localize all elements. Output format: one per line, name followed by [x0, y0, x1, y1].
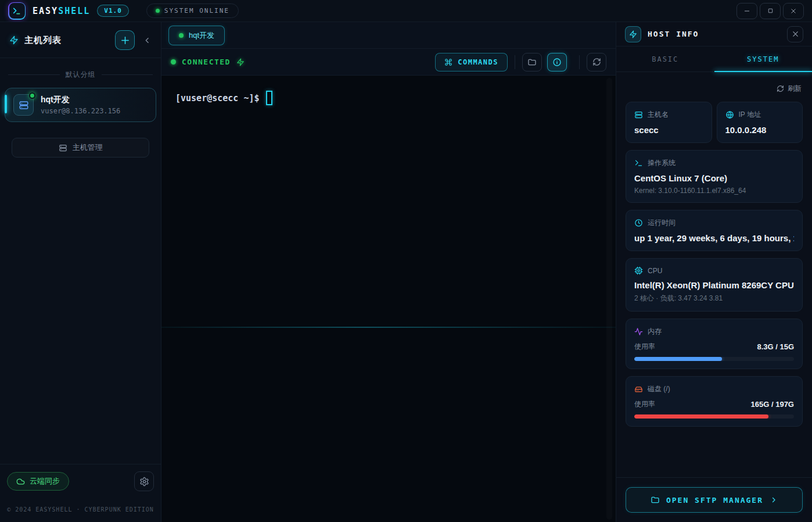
collapse-sidebar-button[interactable] [143, 36, 152, 45]
tab-basic[interactable]: BASIC [616, 47, 714, 71]
host-item-hqt[interactable]: hqt开发 vuser@8.136.223.156 [5, 88, 156, 122]
open-sftp-button[interactable]: OPEN SFTP MANAGER [626, 487, 803, 513]
brand-secondary: SHELL [58, 6, 90, 16]
cpu-load-detail: 2 核心 · 负载: 3.47 3.24 3.81 [634, 294, 794, 303]
host-item-text: hqt开发 vuser@8.136.223.156 [41, 95, 120, 115]
host-info-title: HOST INFO [648, 30, 699, 38]
close-panel-button[interactable] [787, 26, 803, 42]
tab-status-dot [179, 33, 184, 38]
os-card: 操作系统 CentOS Linux 7 (Core) Kernel: 3.10.… [626, 150, 803, 203]
plus-icon [120, 35, 130, 45]
app-title: EASYSHELL [33, 6, 90, 16]
host-info-toggle-button[interactable] [547, 53, 567, 71]
sidebar-header: 主机列表 [0, 22, 161, 58]
disk-usage-value: 165G / 197G [751, 400, 794, 409]
close-icon [792, 30, 799, 38]
maximize-button[interactable] [760, 3, 781, 19]
host-info-panel: HOST INFO BASIC SYSTEM 刷新 [616, 22, 812, 522]
folder-icon [651, 495, 660, 505]
bolt-icon [9, 35, 19, 45]
reconnect-button[interactable] [587, 53, 606, 71]
refresh-info-button[interactable]: 刷新 [626, 84, 802, 94]
commands-button[interactable]: COMMANDS [435, 53, 508, 71]
terminal-scrollbar[interactable] [606, 78, 612, 520]
uptime-value: up 1 year, 29 weeks, 6 days, 19 hours, 1… [634, 233, 794, 243]
disk-label: 磁盘 (/) [648, 384, 670, 394]
session-tabbar: hqt开发 [161, 22, 616, 49]
memory-usage-label: 使用率 [634, 342, 655, 352]
cloud-sync-label: 云端同步 [30, 476, 60, 487]
crt-scanline [161, 327, 616, 328]
host-name: hqt开发 [41, 95, 120, 105]
terminal-cursor [266, 91, 272, 105]
server-icon [634, 110, 643, 119]
disk-progress-fill [634, 414, 768, 419]
system-online-label: SYSTEM ONLINE [164, 7, 229, 15]
terminal-logo-icon [9, 3, 25, 19]
host-info-header: HOST INFO [616, 22, 812, 47]
cpu-value: Intel(R) Xeon(R) Platinum 8269CY CPU ... [634, 280, 794, 290]
terminal-screen[interactable]: [vuser@scecc ~]$ [161, 76, 616, 522]
refresh-icon [592, 58, 601, 66]
host-manage-label: 主机管理 [73, 142, 103, 153]
activity-pulse-icon [634, 327, 643, 336]
file-browser-button[interactable] [522, 53, 542, 71]
refresh-label: 刷新 [788, 84, 802, 94]
add-host-button[interactable] [115, 30, 135, 50]
open-sftp-label: OPEN SFTP MANAGER [666, 496, 763, 505]
cpu-label: CPU [648, 267, 662, 275]
hostname-label: 主机名 [648, 110, 669, 120]
brand-primary: EASY [33, 6, 58, 16]
sidebar-host-list: 主机列表 默认分组 [0, 22, 161, 522]
commands-label: COMMANDS [458, 58, 498, 66]
memory-progress-fill [634, 357, 722, 361]
tab-system[interactable]: SYSTEM [714, 47, 812, 71]
memory-label: 内存 [648, 327, 662, 337]
close-window-button[interactable] [783, 3, 804, 19]
command-icon [444, 58, 452, 66]
window-controls [736, 3, 804, 19]
terminal-toolbar: COMMANDS [435, 53, 606, 71]
sidebar-bottom: 云端同步 © 2024 EASYSHELL · CYBERPUNK EDITIO… [0, 464, 161, 522]
app-logo [8, 2, 26, 20]
connected-label: CONNECTED [182, 58, 231, 66]
toolbar-separator [515, 55, 515, 69]
host-list-title: 主机列表 [24, 35, 62, 46]
hostname-value: scecc [634, 125, 703, 135]
connection-status: CONNECTED [171, 58, 245, 66]
cpu-chip-icon [634, 266, 643, 275]
ip-label: IP 地址 [739, 110, 761, 120]
os-label: 操作系统 [648, 158, 676, 168]
main-area: hqt开发 CONNECTED COMMANDS [161, 22, 616, 522]
cloud-sync-button[interactable]: 云端同步 [7, 472, 69, 491]
os-value: CentOS Linux 7 (Core) [634, 173, 794, 183]
disk-progress-track [634, 414, 794, 419]
system-online-badge: SYSTEM ONLINE [146, 3, 239, 18]
kernel-detail: Kernel: 3.10.0-1160.11.1.el7.x86_64 [634, 187, 794, 195]
clock-icon [634, 219, 643, 227]
hard-drive-icon [634, 385, 643, 394]
sidebar-title: 主机列表 [9, 35, 62, 46]
bolt-badge-icon [625, 26, 641, 42]
uptime-card: 运行时间 up 1 year, 29 weeks, 6 days, 19 hou… [626, 210, 803, 251]
group-label: 默认分组 [66, 70, 96, 80]
terminal-icon [634, 159, 643, 167]
settings-button[interactable] [134, 471, 154, 491]
disk-card: 磁盘 (/) 使用率 165G / 197G [626, 376, 803, 427]
online-status-dot [156, 9, 160, 13]
session-tab-hqt[interactable]: hqt开发 [168, 26, 225, 45]
ip-card: IP 地址 10.0.0.248 [717, 102, 803, 143]
server-icon [13, 94, 34, 116]
bolt-icon [236, 58, 245, 66]
refresh-icon [777, 85, 784, 92]
globe-icon [725, 110, 734, 119]
toolbar-separator [579, 55, 580, 69]
minimize-button[interactable] [736, 3, 757, 19]
host-manage-button[interactable]: 主机管理 [12, 138, 149, 158]
hostname-card: 主机名 scecc [626, 102, 712, 143]
host-address: vuser@8.136.223.156 [41, 107, 120, 115]
gear-icon [139, 477, 149, 487]
panel-footer: OPEN SFTP MANAGER [616, 477, 812, 522]
active-host-accent-bar [5, 95, 7, 113]
server-small-icon [59, 144, 67, 152]
